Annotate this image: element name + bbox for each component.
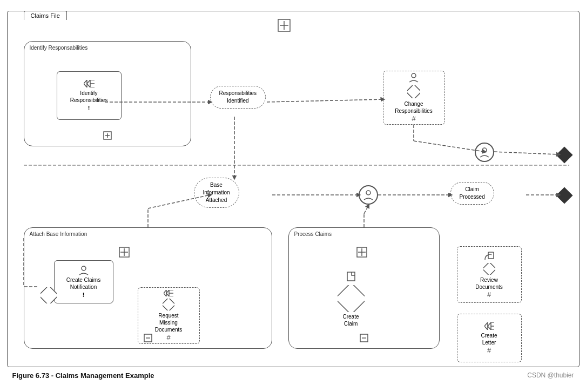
change-resp-hash: # [412, 114, 415, 123]
end-diamond-top [556, 146, 572, 163]
svg-rect-35 [488, 252, 494, 259]
subprocess-process-collapse [360, 334, 368, 344]
event-circle-top [475, 143, 494, 162]
change-resp-label: ChangeResponsibilities [395, 100, 432, 114]
create-claim-icon [346, 271, 356, 283]
svg-line-46 [494, 152, 558, 154]
task-identify-icon [84, 80, 95, 89]
task-identify-excl: ! [88, 105, 90, 111]
subprocess-identify-collapse [103, 131, 112, 141]
review-docs-diamond [483, 263, 495, 275]
svg-line-54 [364, 206, 368, 214]
svg-point-14 [366, 191, 371, 195]
oval-shape-resp-identified: ResponsibilitiesIdentified [210, 86, 266, 109]
review-docs-icon [484, 251, 495, 262]
create-claim-label: CreateClaim [342, 313, 359, 327]
task-create-letter: CreateLetter # [457, 314, 522, 362]
gateway-diamond-attach [41, 287, 57, 305]
oval-shape-base-info: BaseInformationAttached [194, 178, 239, 208]
svg-rect-25 [163, 299, 174, 310]
svg-line-43 [267, 99, 383, 102]
task-identify-responsibilities: IdentifyResponsibilities ! [57, 71, 122, 120]
event-circle-mid [359, 185, 378, 205]
create-letter-hash: # [487, 346, 491, 354]
task-identify-label: IdentifyResponsibilities [70, 90, 107, 104]
gateway-base-information: BaseInformationAttached [194, 178, 239, 208]
task-create-claim-area: CreateClaim [338, 271, 365, 327]
review-docs-hash: # [487, 290, 491, 299]
process-parallel-gateway [356, 247, 367, 259]
subprocess-attach-base: Attach Base Information Create ClaimsN [24, 227, 272, 349]
subprocess-process-claims: Process Claims [288, 227, 440, 349]
create-letter-label: CreateLetter [481, 332, 497, 346]
change-resp-icon [409, 73, 419, 84]
create-letter-icon [484, 322, 494, 331]
create-notif-label: Create ClaimsNotification [66, 276, 100, 290]
task-change-responsibilities: ChangeResponsibilities # [383, 71, 445, 125]
svg-marker-38 [488, 322, 491, 330]
subprocess-attach-collapse [144, 334, 152, 344]
diagram-wrapper: Claims File Identify Responsabilities [7, 11, 580, 367]
create-notif-excl: ! [83, 292, 85, 298]
request-missing-label: RequestMissingDocuments [155, 312, 183, 333]
request-missing-icon [164, 290, 173, 298]
end-diamond-mid [556, 187, 572, 204]
svg-line-45 [414, 141, 484, 152]
svg-point-13 [482, 148, 487, 152]
request-missing-diamond [163, 299, 174, 310]
svg-rect-36 [483, 263, 495, 275]
subprocess-identify-label: Identify Responsabilities [30, 45, 88, 51]
subprocess-identify: Identify Responsabilities IdentifyRespon… [24, 41, 191, 146]
svg-marker-4 [87, 80, 90, 87]
svg-rect-12 [407, 85, 420, 98]
create-notif-icon [79, 266, 89, 276]
diagram-credit: CSDN @thubier [527, 371, 574, 379]
subprocess-attach-label: Attach Base Information [30, 231, 87, 237]
subprocess-process-label: Process Claims [294, 231, 332, 237]
oval-shape-claim-processed: ClaimProcessed [450, 182, 494, 205]
diagram-caption: Figure 6.73 - Claims Management Example [12, 371, 154, 380]
svg-rect-31 [347, 272, 355, 281]
review-docs-label: ReviewDocuments [475, 276, 503, 290]
request-missing-hash: # [166, 333, 170, 341]
caption-area: Figure 6.73 - Claims Management Example … [7, 367, 580, 382]
top-parallel-gateway [278, 19, 291, 33]
task-create-claims-notification: Create ClaimsNotification ! [54, 260, 113, 303]
gateway-claim-processed: ClaimProcessed [450, 182, 494, 205]
task-review-documents: ReviewDocuments # [457, 246, 522, 303]
attach-parallel-gateway [119, 247, 130, 259]
gateway-responsibilities-identified: ResponsibilitiesIdentified [210, 86, 266, 109]
svg-point-18 [82, 266, 86, 271]
svg-rect-32 [338, 285, 365, 312]
diagram-title: Claims File [24, 11, 67, 20]
svg-point-11 [412, 73, 416, 78]
page-container: Claims File Identify Responsabilities [0, 0, 586, 387]
svg-rect-19 [41, 287, 57, 303]
change-resp-diamond [407, 85, 420, 98]
